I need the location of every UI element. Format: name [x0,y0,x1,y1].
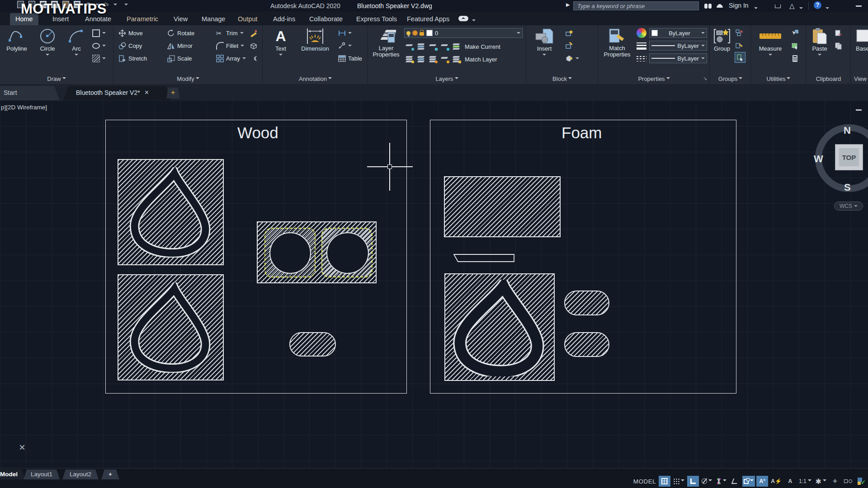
snap-toggle[interactable] [672,476,686,487]
define-attributes-icon[interactable] [566,55,573,62]
layer-unlock-icon[interactable] [441,56,448,62]
group-selection-toggle-icon[interactable] [735,52,745,63]
hatch-dropdown-caret[interactable] [102,57,106,61]
quick-calculator-icon[interactable] [791,55,799,62]
qat-customize-caret[interactable] [124,4,128,7]
file-tab-new-icon[interactable]: + [166,88,179,99]
object-snap-toggle[interactable] [742,476,755,487]
wood-label[interactable]: Wood [237,124,278,142]
layout-tab-add-icon[interactable]: + [101,469,119,479]
hatch-icon[interactable] [92,55,100,62]
match-layer-label[interactable]: Match Layer [465,56,497,63]
make-current-label[interactable]: Make Current [465,43,500,50]
measure-button[interactable]: Measure [756,27,785,59]
commandline-close-icon[interactable]: × [19,442,25,453]
match-properties-button[interactable]: Match Properties [600,27,634,58]
layer-freeze-sun-icon[interactable] [413,31,417,35]
help-icon[interactable]: ? [814,1,821,9]
copy-button[interactable]: Copy [118,40,142,52]
properties-panel-launcher-icon[interactable]: ↘ [703,75,707,81]
minimize-icon[interactable] [856,5,862,7]
search-input[interactable] [573,1,699,10]
teardrop-cutout-3[interactable] [451,280,548,376]
osnap-caret[interactable] [750,479,754,483]
leader-caret[interactable] [348,45,352,48]
insert-dropdown-caret[interactable] [542,54,546,57]
block-more-caret[interactable] [576,57,579,61]
layer-unisolate-icon[interactable] [418,43,425,50]
grid-toggle[interactable] [659,476,670,487]
search-expand-icon[interactable]: ▶ [566,2,570,8]
scale-caret[interactable] [808,479,811,483]
array-dropdown-caret[interactable] [242,57,246,61]
scale-button[interactable]: Scale [167,52,192,64]
linear-dimension-icon[interactable] [338,29,346,37]
linetype-dropdown[interactable]: ByLayer [649,53,707,63]
wood-part-square-1[interactable] [118,159,224,265]
viewcube-west[interactable]: W [814,153,823,165]
foam-part-pill-1[interactable] [564,291,609,315]
text-button[interactable]: A Text [267,27,295,59]
ungroup-icon[interactable] [736,29,743,37]
stretch-button[interactable]: Stretch [118,52,147,64]
layer-match-move-icon[interactable] [418,56,425,62]
arc-button[interactable]: Arc [62,27,90,59]
trim-button[interactable]: ✂ Trim [216,27,244,39]
panel-title-annotation[interactable]: Annotation [263,75,368,82]
text-dropdown-caret[interactable] [279,54,283,57]
rectangle-icon[interactable] [92,29,100,37]
layer-lock-small-icon[interactable] [441,43,448,50]
snap-caret[interactable] [681,479,684,483]
drawing-canvas[interactable]: p][2D Wireframe] Wood [0,100,868,468]
object-color-dropdown[interactable]: ByLayer [649,28,707,38]
annotation-scale-value[interactable]: 1:1 [797,476,813,487]
cart-icon[interactable] [775,2,781,9]
fillet-button[interactable]: Fillet [216,40,244,52]
group-button[interactable]: Group [710,27,734,52]
foam-part-pill-2[interactable] [564,332,609,357]
wcs-menu[interactable]: WCS [834,202,863,211]
linear-dimension-caret[interactable] [348,32,352,36]
wood-part-square-2[interactable] [118,274,224,380]
leader-icon[interactable] [338,42,346,50]
viewcube-top-face[interactable]: TOP [835,144,863,170]
search-binoculars-icon[interactable] [704,3,712,10]
insert-button[interactable]: Insert [530,27,558,59]
panel-title-clipboard[interactable]: Clipboard [807,75,850,82]
cut-icon[interactable]: ✂ [835,29,842,37]
select-objects-icon[interactable] [791,42,799,50]
workspace-switching[interactable]: ✱ [814,476,828,487]
layer-freeze-icon[interactable] [429,43,437,50]
create-block-icon[interactable] [566,29,573,37]
user-icon[interactable] [718,2,723,9]
polyline-button[interactable]: Polyline [3,27,31,52]
redo-dropdown-caret[interactable] [113,4,117,7]
viewport-minimize-icon[interactable] [856,109,862,111]
tab-parametric[interactable]: Parametric [121,13,164,25]
trim-dropdown-caret[interactable] [240,32,244,36]
tab-output[interactable]: Output [232,13,263,25]
rectangle-dropdown-caret[interactable] [102,32,106,36]
wood-part-pill[interactable] [289,332,336,357]
panel-title-view[interactable]: View [851,75,868,82]
layer-on-off-icon[interactable] [406,56,413,62]
panel-title-layers[interactable]: Layers [368,75,526,82]
isolate-objects-button[interactable] [842,476,854,487]
move-button[interactable]: Move [118,27,143,39]
arc-dropdown-caret[interactable] [75,54,78,57]
layer-isolate-icon[interactable] [406,43,413,50]
dimension-button[interactable]: Dimension [296,27,335,52]
tab-manage[interactable]: Manage [196,13,231,25]
customization-button[interactable]: + [829,476,841,487]
array-button[interactable]: Array [216,52,246,64]
ribbon-display-toggle-icon[interactable] [458,16,468,21]
paste-button[interactable]: Paste [807,27,832,59]
ellipse-icon[interactable] [92,43,100,49]
panel-title-block[interactable]: Block [527,75,598,82]
linetype-icon[interactable] [637,56,646,61]
help-caret[interactable] [826,7,829,11]
layout-tab-model[interactable]: Model [0,469,25,479]
file-tab-start[interactable]: Start [0,86,60,100]
layer-thaw-icon[interactable] [429,56,437,62]
object-snap-tracking-toggle[interactable] [729,476,741,487]
